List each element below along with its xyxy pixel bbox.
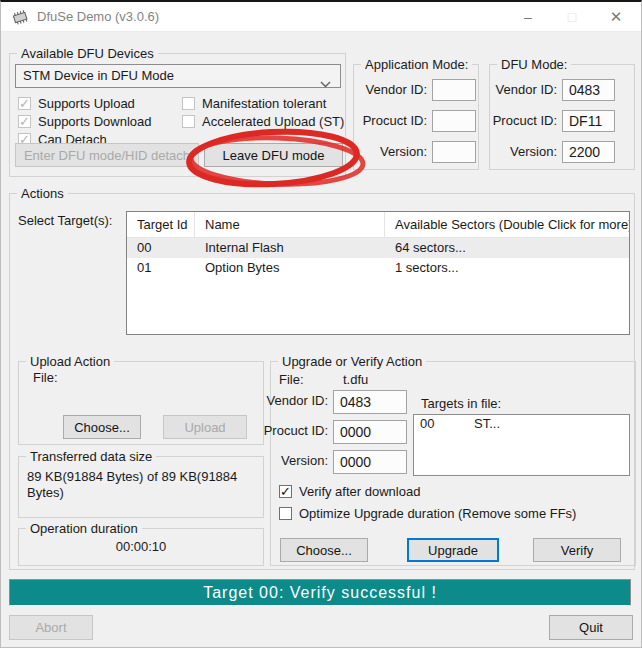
list-item[interactable]: 00 ST... — [414, 415, 629, 433]
app-version-field — [432, 141, 476, 163]
targets-table: Target Id Name Available Sectors (Double… — [126, 211, 630, 335]
checkbox-accelerated-upload: Accelerated Upload (ST) — [182, 114, 344, 129]
checkbox-icon — [182, 115, 195, 128]
transferred-data-size-value: 89 KB(91884 Bytes) of 89 KB(91884 Bytes) — [27, 469, 255, 501]
app-vendor-id-field — [432, 79, 476, 101]
checkbox-icon — [279, 485, 292, 498]
close-icon[interactable]: ✕ — [599, 2, 633, 32]
upload-action-group: Upload Action File: Choose... Upload — [18, 361, 264, 445]
checkbox-icon — [279, 507, 292, 520]
product-id-label: Procuct ID: — [264, 423, 328, 438]
version-label: Version: — [510, 144, 557, 159]
vendor-id-label: Vendor ID: — [366, 82, 427, 97]
device-combobox-value: STM Device in DFU Mode — [23, 68, 174, 83]
checkbox-manifestation-tolerant: Manifestation tolerant — [182, 96, 326, 111]
column-header[interactable]: Name — [195, 212, 385, 237]
targets-in-file-label: Targets in file: — [421, 396, 501, 411]
checkbox-supports-upload: Supports Upload — [18, 96, 135, 111]
dfu-product-id-field: DF11 — [562, 110, 615, 132]
product-id-label: Procuct ID: — [363, 113, 427, 128]
enter-dfu-mode-button: Enter DFU mode/HID detach — [15, 143, 199, 167]
application-mode-group: Application Mode: Vendor ID: Procuct ID:… — [353, 64, 479, 170]
status-message: Target 00: Verify successful ! — [203, 584, 437, 601]
product-id-label: Procuct ID: — [493, 113, 557, 128]
table-row[interactable]: 00 Internal Flash 64 sectors... — [127, 238, 629, 258]
operation-duration-group: Operation duration 00:00:10 — [18, 528, 264, 566]
available-dfu-devices-group: Available DFU Devices STM Device in DFU … — [9, 53, 346, 177]
device-combobox[interactable]: STM Device in DFU Mode — [15, 64, 341, 88]
group-label: Transferred data size — [26, 450, 156, 463]
operation-duration-value: 00:00:10 — [19, 539, 263, 554]
dfu-version-field: 2200 — [562, 141, 615, 163]
upload-choose-button[interactable]: Choose... — [63, 415, 141, 439]
dfu-vendor-id-field: 0483 — [562, 79, 615, 101]
maximize-icon: □ — [555, 2, 589, 32]
abort-button: Abort — [9, 615, 93, 640]
version-label: Version: — [281, 453, 328, 468]
checkbox-supports-download: Supports Download — [18, 114, 151, 129]
checkbox-icon — [18, 97, 31, 110]
vendor-id-label: Vendor ID: — [496, 82, 557, 97]
group-label: Available DFU Devices — [17, 47, 158, 60]
file-label: File: — [279, 372, 304, 387]
file-label: File: — [33, 370, 58, 385]
status-bar: Target 00: Verify successful ! — [9, 579, 631, 606]
transferred-data-size-group: Transferred data size 89 KB(91884 Bytes)… — [18, 456, 264, 518]
upgrade-choose-button[interactable]: Choose... — [280, 538, 368, 562]
leave-dfu-mode-button[interactable]: Leave DFU mode — [204, 143, 343, 167]
chevron-down-icon — [320, 73, 331, 95]
group-label: Upgrade or Verify Action — [278, 355, 426, 368]
quit-button[interactable]: Quit — [549, 615, 633, 640]
app-product-id-field — [432, 110, 476, 132]
dfuse-demo-window: DfuSe Demo (v3.0.6) – □ ✕ Available DFU … — [0, 0, 642, 648]
group-label: Operation duration — [26, 522, 142, 535]
select-targets-label: Select Target(s): — [18, 213, 112, 228]
file-version-field: 0000 — [333, 450, 407, 474]
group-label: Upload Action — [26, 355, 114, 368]
upgrade-button[interactable]: Upgrade — [407, 538, 499, 562]
version-label: Version: — [380, 144, 427, 159]
upgrade-verify-action-group: Upgrade or Verify Action File: t.dfu Ven… — [270, 361, 636, 566]
group-label: DFU Mode: — [497, 58, 571, 71]
column-header[interactable]: Target Id — [127, 212, 195, 237]
file-product-id-field: 0000 — [333, 420, 407, 444]
vendor-id-label: Vendor ID: — [267, 393, 328, 408]
column-header[interactable]: Available Sectors (Double Click for more… — [385, 212, 629, 237]
file-vendor-id-field: 0483 — [333, 390, 407, 414]
file-value: t.dfu — [343, 372, 368, 387]
actions-group: Actions Select Target(s): Target Id Name… — [9, 193, 635, 570]
checkbox-verify-after-download[interactable]: Verify after download — [279, 484, 420, 499]
group-label: Actions — [17, 187, 68, 200]
app-chip-icon — [10, 9, 30, 29]
targets-table-header: Target Id Name Available Sectors (Double… — [127, 212, 629, 238]
group-label: Application Mode: — [361, 58, 472, 71]
table-row[interactable]: 01 Option Bytes 1 sectors... — [127, 258, 629, 278]
minimize-icon[interactable]: – — [511, 2, 545, 32]
title-bar: DfuSe Demo (v3.0.6) – □ ✕ — [1, 2, 641, 32]
targets-in-file-listbox: 00 ST... — [413, 414, 630, 476]
checkbox-icon — [18, 115, 31, 128]
window-title: DfuSe Demo (v3.0.6) — [37, 9, 159, 24]
checkbox-icon — [182, 97, 195, 110]
verify-button[interactable]: Verify — [533, 538, 621, 562]
checkbox-optimize-upgrade[interactable]: Optimize Upgrade duration (Remove some F… — [279, 506, 576, 521]
upload-button: Upload — [163, 415, 247, 439]
dfu-mode-group: DFU Mode: Vendor ID: 0483 Procuct ID: DF… — [489, 64, 635, 170]
